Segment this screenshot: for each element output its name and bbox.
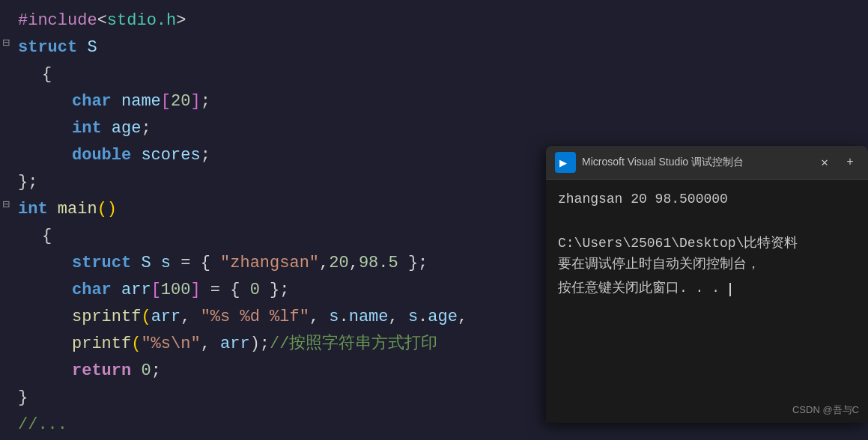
terminal-controls: ✕ + <box>816 153 859 171</box>
line-content-2: struct S <box>12 34 868 61</box>
terminal-output-1: zhangsan 20 98.500000 <box>558 192 856 207</box>
line-content-3: { <box>12 61 868 88</box>
code-line-1: #include<stdio.h> <box>0 7 868 34</box>
terminal-titlebar: ▶ Microsoft Visual Studio 调试控制台 ✕ + <box>546 146 868 180</box>
fold-2[interactable]: ⊟ <box>0 34 12 54</box>
terminal-output-2 <box>558 213 856 227</box>
line-content-4: char name[20]; <box>12 88 868 114</box>
line-content-5: int age; <box>12 115 868 141</box>
code-line-4: char name[20]; <box>0 88 868 115</box>
terminal-title: Microsoft Visual Studio 调试控制台 <box>582 156 810 169</box>
terminal-cursor <box>729 283 731 296</box>
csdn-watermark: CSDN @吾与C <box>792 403 859 417</box>
terminal-add-button[interactable]: + <box>841 153 859 171</box>
terminal-hint-1: 要在调试停止时自动关闭控制台， <box>558 254 856 272</box>
terminal-close-button[interactable]: ✕ <box>816 153 834 171</box>
terminal-panel: ▶ Microsoft Visual Studio 调试控制台 ✕ + zhan… <box>546 146 868 423</box>
line-content-1: #include<stdio.h> <box>12 7 868 34</box>
code-line-5: int age; <box>0 115 868 142</box>
fold-8[interactable]: ⊟ <box>0 196 12 216</box>
vs-icon: ▶ <box>555 152 576 173</box>
terminal-path: C:\Users\25061\Desktop\比特资料 <box>558 233 856 251</box>
terminal-body: zhangsan 20 98.500000 C:\Users\25061\Des… <box>546 180 868 423</box>
code-line-3: { <box>0 61 868 88</box>
terminal-hint-2: 按任意键关闭此窗口. . . <box>558 278 856 296</box>
code-line-2: ⊟ struct S <box>0 34 868 61</box>
svg-text:▶: ▶ <box>559 158 567 168</box>
